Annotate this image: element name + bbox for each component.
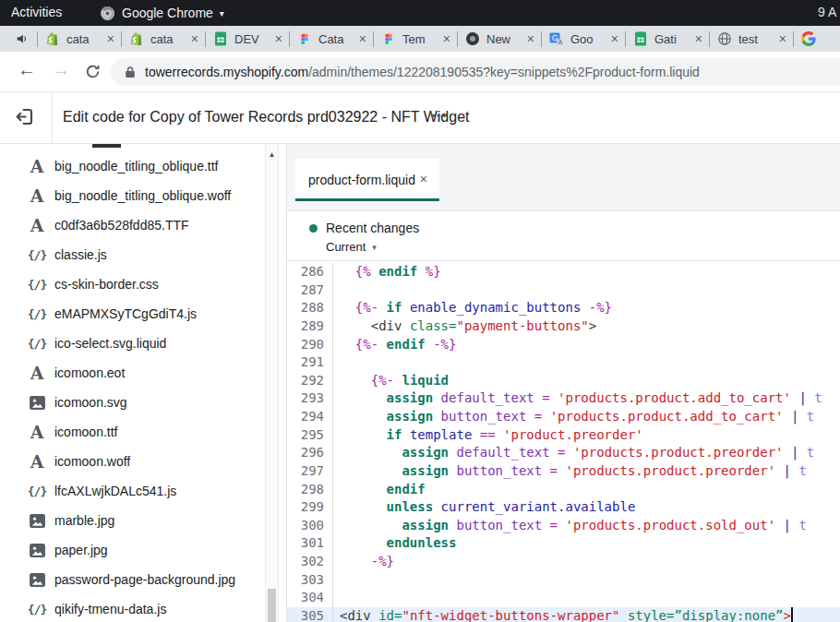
code-token: ”display:none” [674, 608, 783, 622]
app-menu[interactable]: Google Chrome ▾ [100, 3, 224, 23]
code-line-text[interactable]: assign default_text = 'products.product.… [333, 389, 822, 408]
code-token: t [807, 445, 814, 460]
file-item[interactable]: icomoon.svg [0, 388, 264, 417]
file-item[interactable]: Aicomoon.ttf [0, 417, 264, 447]
file-item[interactable]: Abig_noodle_titling_oblique.woff [0, 181, 264, 210]
code-token [378, 337, 386, 352]
file-item[interactable]: {/}cs-skin-border.css [0, 269, 264, 299]
code-line-text[interactable]: unless current_variant.available [333, 498, 635, 517]
code-line-text[interactable]: {%- endif -%} [333, 336, 456, 354]
reload-button[interactable] [85, 64, 101, 83]
file-item[interactable]: Ac0df3a6b528fdd85.TTF [0, 210, 264, 240]
code-line-text[interactable]: if template == 'product.preorder' [333, 426, 643, 445]
browser-tab[interactable]: GAGoo× [542, 26, 625, 52]
code-line-text[interactable]: {%- liquid [333, 372, 449, 390]
line-number: 290 [287, 336, 333, 354]
line-number: 295 [287, 426, 333, 445]
code-line-text[interactable]: {%- if enable_dynamic_buttons -%} [333, 299, 612, 317]
code-line-text[interactable]: endunless [333, 534, 456, 553]
file-item[interactable]: Aicomoon.woff [0, 447, 264, 476]
code-line-text[interactable] [333, 353, 340, 372]
code-token [433, 499, 440, 514]
sidebar-scrollbar[interactable]: ▲ [265, 144, 279, 622]
tab-close-icon[interactable]: × [107, 32, 114, 45]
code-line-text[interactable]: assign button_text = 'products.product.p… [333, 462, 807, 481]
browser-tab[interactable]: Gati× [626, 26, 709, 52]
file-item[interactable]: {/}classie.js [0, 240, 264, 269]
code-token [340, 300, 355, 315]
browser-tab[interactable]: Cata× [290, 26, 373, 52]
code-token: endif [378, 264, 417, 279]
browser-tab[interactable]: Tem× [374, 26, 457, 52]
scrollbar-thumb[interactable] [268, 589, 276, 622]
tab-close-icon[interactable]: × [359, 32, 366, 45]
code-file-icon: {/} [26, 278, 48, 292]
code-line-text[interactable] [333, 571, 340, 590]
forward-button[interactable]: → [52, 59, 70, 80]
tab-close-icon[interactable]: × [443, 32, 450, 45]
file-item[interactable]: {/}qikify-tmenu-data.js [0, 594, 264, 622]
url-domain: towerrecords.myshopify.com [145, 65, 308, 79]
code-line-text[interactable]: assign default_text = 'products.product.… [333, 444, 814, 462]
file-item[interactable]: password-page-background.jpg [0, 565, 264, 594]
code-token: <div [340, 608, 371, 622]
clock[interactable]: 9 A [818, 5, 836, 19]
code-line-text[interactable]: assign button_text = 'products.product.a… [333, 408, 814, 426]
tab-close-icon[interactable]: × [191, 32, 198, 45]
code-line-text[interactable]: <div id="nft-widget-buttons-wrapper" sty… [333, 607, 793, 622]
code-editor[interactable]: 286 {% endif %}287288 {%- if enable_dyna… [287, 261, 840, 622]
activities-button[interactable]: Activities [11, 5, 62, 19]
browser-tab[interactable] [794, 26, 840, 52]
browser-tab[interactable]: cata× [38, 26, 121, 52]
file-item[interactable]: marble.jpg [0, 506, 264, 535]
browser-tab[interactable]: DEV× [206, 26, 289, 52]
browser-tab[interactable]: cata× [122, 26, 205, 52]
speaker-icon[interactable] [16, 32, 29, 45]
tab-close-icon[interactable]: × [275, 32, 282, 45]
code-line-text[interactable]: -%} [333, 553, 394, 571]
file-item[interactable]: paper.jpg [0, 535, 264, 565]
exit-code-editor-button[interactable] [14, 106, 36, 128]
file-item[interactable]: Aicomoon.eot [0, 358, 264, 388]
version-selector[interactable]: Current ▾ [326, 240, 840, 254]
code-token [340, 554, 371, 568]
code-token [340, 518, 402, 532]
code-token: assign [387, 390, 434, 405]
editor-file-tab[interactable]: product-form.liquid × [295, 159, 439, 201]
lock-icon[interactable] [125, 66, 136, 78]
tab-close-icon[interactable]: × [527, 32, 534, 45]
file-item[interactable]: {/}lfcAXLwjkDALc541.js [0, 476, 264, 506]
file-name: icomoon.eot [54, 365, 125, 380]
code-line-text[interactable]: assign button_text = 'products.product.s… [333, 517, 807, 535]
file-name: marble.jpg [54, 513, 114, 528]
file-item[interactable]: Abig_noodle_titling_oblique.ttf [0, 151, 264, 181]
code-line: 289 <div class="payment-buttons"> [287, 317, 840, 336]
browser-tab[interactable]: New× [458, 26, 541, 52]
code-line-text[interactable]: {% endif %} [333, 263, 441, 281]
line-number: 304 [287, 589, 333, 607]
more-actions-button[interactable]: ••• [431, 109, 448, 123]
back-button[interactable]: ← [18, 59, 36, 80]
code-token: template [410, 427, 472, 442]
code-line-text[interactable]: <div class="payment-buttons"> [333, 317, 596, 336]
code-line-text[interactable] [333, 589, 340, 607]
code-token [340, 482, 387, 496]
code-line-text[interactable]: endif [333, 481, 426, 499]
figma-favicon-icon [296, 31, 312, 47]
tab-close-icon[interactable]: × [611, 32, 618, 45]
code-token [784, 409, 791, 424]
code-token [496, 427, 503, 442]
address-bar[interactable]: towerrecords.myshopify.com/admin/themes/… [111, 58, 840, 86]
scroll-up-icon[interactable]: ▲ [266, 144, 278, 159]
editor-tab-close-icon[interactable]: × [420, 172, 427, 186]
tab-close-icon[interactable]: × [695, 32, 702, 45]
code-token [340, 445, 402, 460]
font-file-icon: A [26, 217, 48, 234]
code-token [340, 390, 387, 405]
code-token: assign [402, 463, 449, 478]
code-line-text[interactable] [333, 281, 340, 300]
file-item[interactable]: {/}ico-select.svg.liquid [0, 329, 264, 358]
browser-tab[interactable]: test× [710, 26, 793, 52]
file-item[interactable]: {/}eMAPMXSyTCgGdiT4.js [0, 299, 264, 329]
tab-close-icon[interactable]: × [779, 32, 786, 45]
